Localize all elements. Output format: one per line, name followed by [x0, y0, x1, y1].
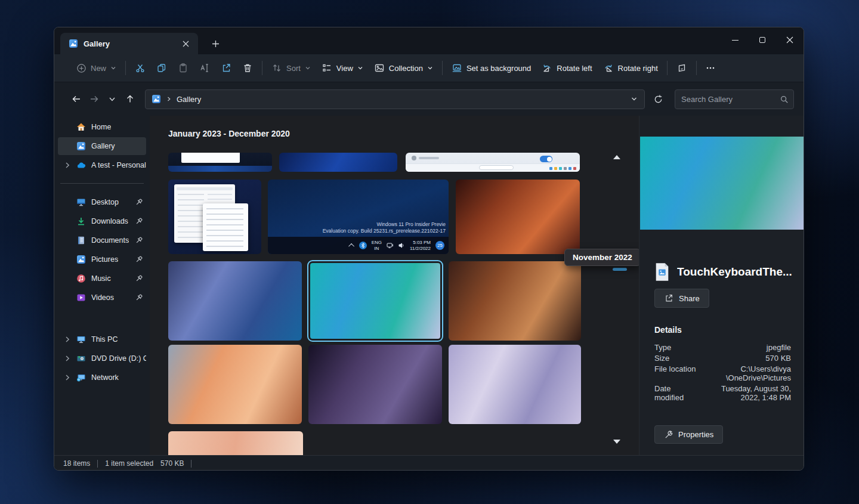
phone-link-button[interactable] [671, 58, 693, 78]
search-icon [780, 95, 789, 104]
documents-icon [76, 236, 86, 245]
tray-language: ENG IN [372, 240, 382, 251]
properties-button[interactable]: Properties [654, 425, 723, 444]
timeline-scroll-thumb[interactable] [613, 268, 627, 271]
thumbnail-context-menu [203, 203, 248, 251]
rotate-right-button[interactable]: Rotate right [598, 58, 663, 78]
command-bar: New Sort View [54, 54, 804, 82]
rename-icon [199, 63, 210, 73]
sidebar-item-label: Documents [91, 236, 129, 245]
sidebar-item-this-pc[interactable]: This PC [58, 330, 146, 348]
expand-chevron-icon[interactable] [63, 335, 72, 344]
selection-count: 1 item selected [105, 459, 153, 468]
address-bar[interactable]: Gallery [145, 89, 645, 109]
gallery-thumbnail-7[interactable] [168, 261, 302, 341]
sort-button[interactable]: Sort [266, 58, 316, 78]
minimize-button[interactable] [721, 27, 749, 52]
forward-button[interactable] [85, 90, 103, 108]
share-button[interactable] [215, 58, 237, 78]
sidebar-item-label: Videos [91, 293, 114, 302]
gallery-thumbnail-13[interactable] [168, 431, 303, 455]
sidebar-item-downloads[interactable]: Downloads [58, 212, 146, 230]
sidebar-item-label: This PC [91, 335, 118, 344]
gallery-thumbnail-5[interactable]: Windows 11 Pro Insider Previe Evaluation… [268, 180, 449, 254]
sidebar-item-dvd-drive[interactable]: DVD Drive (D:) CCC [58, 350, 146, 367]
gallery-thumbnail-2[interactable] [279, 153, 397, 172]
address-dropdown-icon[interactable] [630, 95, 638, 103]
new-button[interactable]: New [71, 59, 122, 78]
sort-icon [271, 63, 282, 73]
status-separator [191, 460, 191, 468]
timeline-tooltip: November 2022 [564, 249, 639, 266]
details-share-button[interactable]: Share [654, 289, 709, 308]
timeline-scroll-down-icon[interactable] [613, 440, 620, 444]
recent-locations-button[interactable] [103, 90, 121, 108]
thumbnail-tray-icons [549, 167, 576, 170]
paste-button[interactable] [172, 58, 194, 78]
sidebar-item-label: Gallery [91, 142, 115, 150]
close-button[interactable] [776, 27, 804, 52]
sidebar-item-label: Network [91, 373, 119, 382]
rotate-right-label: Rotate right [618, 64, 658, 73]
plus-circle-icon [76, 63, 86, 73]
tray-network-icon [387, 242, 394, 249]
refresh-button[interactable] [648, 90, 668, 108]
gallery-thumbnail-9[interactable] [449, 261, 581, 341]
gallery-thumbnail-8-selected[interactable] [307, 260, 443, 342]
gallery-thumbnail-6[interactable] [456, 180, 580, 254]
notification-badge: 25 [435, 241, 444, 250]
thumbnail-taskbar: ENG IN 5:03 PM 11/2/2022 25 [268, 237, 449, 254]
sidebar-item-videos[interactable]: Videos [58, 289, 146, 307]
breadcrumb-gallery[interactable]: Gallery [177, 95, 201, 104]
sidebar-item-label: A test - Personal [91, 161, 146, 169]
see-more-button[interactable] [700, 59, 721, 77]
gallery-thumbnail-1[interactable] [168, 153, 272, 172]
preview-image[interactable] [640, 137, 804, 230]
sidebar-item-pictures[interactable]: Pictures [58, 251, 146, 268]
gallery-content: January 2023 - December 2020 [150, 116, 639, 455]
gallery-thumbnail-3[interactable] [406, 153, 580, 172]
tab-close-icon[interactable] [179, 37, 192, 50]
gallery-thumbnail-11[interactable] [308, 345, 442, 424]
sidebar-item-music[interactable]: Music [58, 270, 146, 287]
cut-button[interactable] [129, 58, 151, 78]
set-as-background-button[interactable]: Set as background [446, 58, 536, 78]
selection-size: 570 KB [160, 459, 184, 468]
sidebar-item-documents[interactable]: Documents [58, 231, 146, 249]
phone-link-icon [676, 63, 687, 73]
expand-chevron-icon[interactable] [63, 354, 72, 363]
pin-icon [134, 293, 144, 302]
copy-button[interactable] [151, 58, 172, 78]
tab-gallery[interactable]: Gallery [60, 33, 198, 54]
view-button[interactable]: View [316, 58, 369, 78]
sidebar-item-onedrive[interactable]: A test - Personal [58, 156, 146, 174]
pin-icon [134, 236, 144, 245]
gallery-thumbnail-10[interactable] [168, 345, 302, 424]
back-button[interactable] [67, 90, 85, 108]
expand-chevron-icon[interactable] [63, 160, 72, 170]
up-button[interactable] [121, 90, 139, 108]
sidebar-item-desktop[interactable]: Desktop [58, 193, 146, 211]
gallery-thumbnail-12[interactable] [449, 345, 581, 424]
bluetooth-icon [359, 242, 367, 249]
new-tab-button[interactable] [206, 35, 224, 52]
rotate-left-button[interactable]: Rotate left [536, 58, 597, 78]
tab-title: Gallery [84, 39, 179, 48]
sidebar-item-gallery[interactable]: Gallery [58, 137, 146, 155]
home-icon [76, 122, 86, 132]
collection-button[interactable]: Collection [369, 58, 438, 78]
music-icon [76, 274, 86, 283]
timeline-scroll-up-icon[interactable] [613, 155, 620, 159]
chevron-down-icon [357, 65, 363, 71]
sidebar-item-network[interactable]: Network [58, 369, 146, 386]
rename-button[interactable] [194, 58, 215, 78]
expand-chevron-icon[interactable] [63, 373, 72, 382]
gallery-thumbnail-4[interactable] [168, 180, 261, 254]
toolbar-separator [696, 61, 697, 75]
thumbnail-watermark: Windows 11 Pro Insider Previe Evaluation… [323, 221, 446, 234]
delete-button[interactable] [237, 58, 258, 78]
search-input[interactable] [681, 95, 780, 104]
sidebar-item-home[interactable]: Home [58, 118, 146, 136]
sidebar-item-label: Home [91, 123, 111, 131]
maximize-button[interactable] [749, 27, 776, 52]
